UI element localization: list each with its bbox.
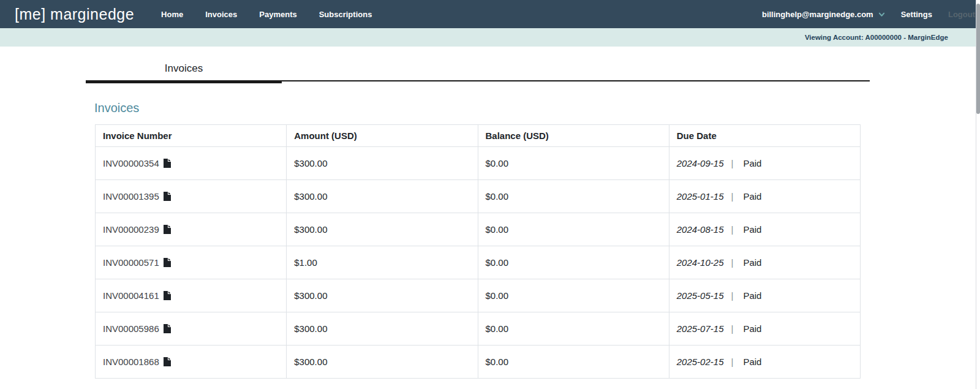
column-header-invoice-number: Invoice Number — [96, 125, 287, 147]
main-nav: Home Invoices Payments Subscriptions — [150, 10, 383, 19]
document-icon — [164, 291, 171, 300]
document-icon — [164, 192, 171, 201]
nav-item-home[interactable]: Home — [150, 10, 194, 19]
amount-cell: $300.00 — [287, 180, 478, 213]
invoice-number-cell: INV00004161 — [96, 279, 287, 312]
amount-cell: $300.00 — [287, 312, 478, 346]
document-icon — [164, 225, 171, 234]
due-date-cell: 2025-05-15|Paid — [669, 279, 860, 312]
tab-strip: Invoices — [86, 62, 870, 81]
balance-cell: $0.00 — [478, 147, 669, 180]
tab-invoices[interactable]: Invoices — [86, 62, 282, 80]
nav-item-subscriptions[interactable]: Subscriptions — [308, 10, 383, 19]
table-row: INV00001868 $300.00 $0.00 2025-02-15|Pai… — [96, 346, 861, 379]
invoice-table-body: INV00000354 $300.00 $0.00 2024-09-15|Pai… — [96, 147, 861, 379]
date-status-separator: | — [731, 357, 733, 367]
active-tab-underline — [86, 81, 282, 83]
table-row: INV00001395 $300.00 $0.00 2025-01-15|Pai… — [96, 180, 861, 213]
settings-link[interactable]: Settings — [901, 10, 932, 19]
table-row: INV00004161 $300.00 $0.00 2025-05-15|Pai… — [96, 279, 861, 312]
due-date-cell: 2024-10-25|Paid — [669, 246, 860, 279]
invoice-number-cell: INV00001868 — [96, 346, 287, 379]
due-date: 2024-10-25 — [677, 257, 724, 268]
table-row: INV00000571 $1.00 $0.00 2024-10-25|Paid — [96, 246, 861, 279]
amount-cell: $300.00 — [287, 213, 478, 246]
balance-cell: $0.00 — [478, 213, 669, 246]
date-status-separator: | — [731, 257, 733, 268]
table-row: INV00005986 $300.00 $0.00 2025-07-15|Pai… — [96, 312, 861, 346]
balance-cell: $0.00 — [478, 246, 669, 279]
invoice-table-head: Invoice Number Amount (USD) Balance (USD… — [96, 125, 861, 147]
viewing-account-bar: Viewing Account: A00000000 - MarginEdge — [0, 28, 980, 47]
invoice-number-link[interactable]: INV00004161 — [103, 290, 171, 301]
table-row: INV00000239 $300.00 $0.00 2024-08-15|Pai… — [96, 213, 861, 246]
due-date: 2025-07-15 — [677, 323, 724, 334]
invoice-number-link[interactable]: INV00001868 — [103, 357, 171, 367]
chevron-down-icon — [878, 11, 885, 18]
invoice-number: INV00000354 — [103, 158, 159, 168]
vertical-scrollbar-thumb[interactable] — [976, 4, 980, 114]
invoice-number: INV00004161 — [103, 290, 159, 301]
invoice-number: INV00000239 — [103, 224, 159, 235]
status-paid: Paid — [743, 290, 761, 301]
date-status-separator: | — [731, 158, 733, 168]
nav-item-invoices[interactable]: Invoices — [194, 10, 248, 19]
page-content: Invoices Invoices Invoice Number Amount … — [0, 47, 980, 379]
status-paid: Paid — [743, 224, 761, 235]
invoice-number-cell: INV00001395 — [96, 180, 287, 213]
invoice-number: INV00001868 — [103, 357, 159, 367]
invoice-number-link[interactable]: INV00000239 — [103, 224, 171, 235]
due-date-cell: 2024-08-15|Paid — [669, 213, 860, 246]
top-navbar: [me] marginedge Home Invoices Payments S… — [0, 0, 980, 28]
vertical-scrollbar-track[interactable] — [976, 0, 980, 389]
invoice-number-link[interactable]: INV00000354 — [103, 158, 171, 168]
invoice-number-cell: INV00000354 — [96, 147, 287, 180]
invoice-number-link[interactable]: INV00001395 — [103, 191, 171, 202]
due-date: 2025-01-15 — [677, 191, 724, 202]
status-paid: Paid — [743, 357, 761, 367]
balance-cell: $0.00 — [478, 312, 669, 346]
invoice-number-link[interactable]: INV00005986 — [103, 323, 171, 334]
status-paid: Paid — [743, 323, 761, 334]
document-icon — [164, 258, 171, 267]
status-paid: Paid — [743, 158, 761, 168]
invoice-number: INV00000571 — [103, 257, 159, 268]
account-email: billinghelp@marginedge.com — [762, 10, 873, 19]
amount-cell: $300.00 — [287, 279, 478, 312]
invoice-table: Invoice Number Amount (USD) Balance (USD… — [95, 124, 861, 379]
balance-cell: $0.00 — [478, 346, 669, 379]
table-row: INV00000354 $300.00 $0.00 2024-09-15|Pai… — [96, 147, 861, 180]
date-status-separator: | — [731, 290, 733, 301]
amount-cell: $300.00 — [287, 147, 478, 180]
invoice-number: INV00001395 — [103, 191, 159, 202]
status-paid: Paid — [743, 257, 761, 268]
due-date: 2024-09-15 — [677, 158, 724, 168]
nav-item-payments[interactable]: Payments — [248, 10, 307, 19]
marginedge-logo[interactable]: [me] marginedge — [15, 6, 134, 23]
account-dropdown[interactable]: billinghelp@marginedge.com — [762, 10, 885, 19]
header-row: Invoice Number Amount (USD) Balance (USD… — [96, 125, 861, 147]
invoice-number-cell: INV00000239 — [96, 213, 287, 246]
column-header-balance: Balance (USD) — [478, 125, 669, 147]
due-date-cell: 2025-01-15|Paid — [669, 180, 860, 213]
invoice-number-link[interactable]: INV00000571 — [103, 257, 171, 268]
document-icon — [164, 159, 171, 168]
invoice-number-cell: INV00005986 — [96, 312, 287, 346]
amount-cell: $1.00 — [287, 246, 478, 279]
column-header-due-date: Due Date — [669, 125, 860, 147]
status-paid: Paid — [743, 191, 761, 202]
invoice-number-cell: INV00000571 — [96, 246, 287, 279]
due-date: 2025-05-15 — [677, 290, 724, 301]
due-date-cell: 2024-09-15|Paid — [669, 147, 860, 180]
date-status-separator: | — [731, 224, 733, 235]
logout-link[interactable]: Logout — [948, 10, 975, 19]
document-icon — [164, 324, 171, 333]
navbar-right: billinghelp@marginedge.com Settings Logo… — [762, 10, 975, 19]
due-date: 2025-02-15 — [677, 357, 724, 367]
date-status-separator: | — [731, 323, 733, 334]
page-title: Invoices — [94, 101, 980, 115]
viewing-account-text: Viewing Account: A00000000 - MarginEdge — [805, 34, 948, 41]
document-icon — [164, 357, 171, 366]
date-status-separator: | — [731, 191, 733, 202]
column-header-amount: Amount (USD) — [287, 125, 478, 147]
